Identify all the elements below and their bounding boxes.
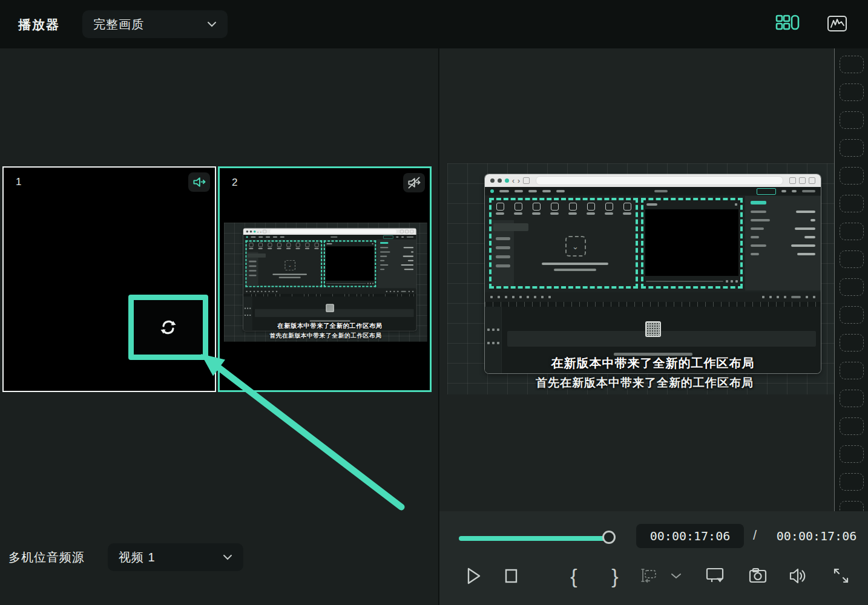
film-hole — [840, 278, 864, 296]
film-strip — [834, 48, 868, 511]
snapshot-button[interactable] — [746, 563, 770, 589]
tool-tab — [605, 203, 613, 215]
insert-options-dropdown[interactable] — [667, 563, 685, 589]
film-hole — [840, 111, 864, 129]
player-panel-header — [325, 241, 375, 246]
address-bar — [536, 176, 783, 185]
sidebar-item — [496, 246, 510, 249]
chevron-down-icon — [223, 554, 232, 560]
media-import-area: ⌄ — [258, 252, 321, 286]
browser-icon — [523, 177, 530, 184]
quality-dropdown[interactable]: 完整画质 — [82, 10, 228, 38]
drop-zone-strip — [255, 309, 414, 317]
menu-item — [258, 237, 263, 238]
mark-in-button[interactable]: { — [562, 563, 586, 589]
browser-icon — [405, 230, 409, 234]
import-icon: ⌄ — [565, 236, 586, 257]
display-output-icon — [705, 566, 726, 586]
player-panel-highlighted — [324, 240, 376, 287]
chevron-down-icon — [207, 21, 217, 27]
media-sidebar — [492, 220, 514, 286]
menu-item — [542, 190, 551, 192]
angle-2-thumbnail-selected[interactable]: 2 ‹ › — [218, 166, 432, 392]
sidebar-item — [249, 266, 256, 267]
timecode-separator: / — [753, 528, 757, 543]
window-dot — [490, 178, 495, 183]
editor-menubar — [485, 187, 821, 195]
angle-2-video-content: ‹ › — [224, 223, 427, 342]
screencast-editor-window: ‹ › — [243, 228, 416, 330]
sidebar-item — [249, 275, 256, 276]
property-row — [380, 247, 413, 248]
angle-1-thumbnail[interactable]: 1 — [2, 166, 216, 392]
drop-zone-strip — [507, 331, 816, 347]
player-topbar: 播放器 完整画质 — [0, 0, 868, 48]
project-name — [330, 237, 337, 238]
properties-tab — [751, 201, 766, 204]
angle-1-audio-toggle[interactable] — [188, 172, 210, 192]
browser-icon — [799, 177, 806, 184]
mark-out-button[interactable]: } — [603, 563, 627, 589]
seek-slider[interactable] — [459, 536, 615, 541]
tool-tab — [514, 203, 522, 215]
import-hint-text — [278, 277, 300, 278]
multicam-audio-source-dropdown[interactable]: 视频 1 — [108, 543, 243, 571]
play-icon — [463, 565, 484, 587]
timeline-toolbar — [485, 292, 821, 302]
menubar-icon — [396, 237, 398, 238]
app-logo — [490, 189, 494, 193]
mac-titlebar: ‹ › — [485, 174, 821, 187]
film-hole — [840, 56, 864, 73]
drag-media-icon — [326, 304, 334, 312]
browser-icon — [809, 177, 815, 184]
media-sidebar — [247, 252, 258, 286]
menubar-icon — [792, 190, 797, 192]
sync-loop-icon — [159, 318, 178, 337]
media-import-area: ⌄ — [514, 220, 636, 286]
tool-tab — [258, 243, 263, 249]
video-scope-button[interactable] — [824, 11, 850, 36]
nav-forward-icon: › — [518, 177, 520, 185]
window-dot — [498, 178, 502, 183]
angle-2-audio-toggle[interactable] — [403, 173, 425, 192]
film-hole — [840, 139, 864, 157]
window-dot — [254, 231, 256, 233]
window-dot — [505, 178, 509, 183]
multicam-player-window: 播放器 完整画质 — [0, 0, 868, 605]
total-timecode: 00:00:17:06 — [768, 529, 865, 543]
tool-tab — [305, 243, 309, 249]
media-panel-highlighted: ⌄ — [246, 240, 323, 287]
fullscreen-button[interactable] — [829, 563, 853, 589]
film-hole — [840, 362, 864, 379]
player-title: 播放器 — [18, 16, 60, 33]
sidebar-item — [496, 237, 510, 240]
menu-item — [528, 190, 537, 192]
sidebar-item — [496, 264, 510, 267]
drag-media-icon — [645, 321, 661, 337]
stop-icon — [501, 566, 521, 586]
import-hint-text — [272, 273, 307, 275]
audio-source-value: 视频 1 — [119, 549, 156, 566]
film-hole — [840, 473, 864, 491]
screencast-editor-window: ‹ › — [485, 174, 821, 373]
browser-icon — [789, 177, 796, 184]
tool-tab — [623, 203, 631, 215]
display-output-button[interactable] — [703, 563, 728, 589]
nav-back-icon: ‹ — [257, 230, 258, 234]
properties-tab — [380, 242, 388, 244]
multicam-layout-button[interactable] — [775, 11, 800, 36]
menubar-icon — [401, 237, 404, 238]
volume-button[interactable] — [786, 563, 810, 589]
tool-tab — [249, 243, 253, 249]
media-toolbar — [492, 200, 636, 217]
stop-button[interactable] — [499, 563, 523, 589]
play-button[interactable] — [461, 563, 485, 589]
insert-at-playhead-button[interactable] — [637, 563, 661, 589]
seek-slider-knob[interactable] — [602, 531, 616, 544]
media-body: ⌄ — [492, 220, 636, 286]
property-row — [751, 227, 815, 230]
chevron-down-icon — [670, 572, 682, 580]
tool-tab — [532, 203, 541, 215]
video-frame: ‹ › — [447, 163, 842, 394]
speaker-muted-icon — [407, 175, 421, 190]
